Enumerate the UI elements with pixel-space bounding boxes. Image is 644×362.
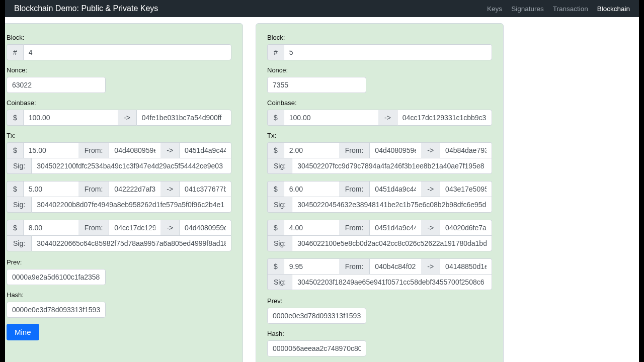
tx-from-input[interactable] — [109, 181, 160, 197]
tx-to-input[interactable] — [179, 220, 231, 235]
sig-label: Sig: — [267, 158, 292, 174]
block-number-input[interactable] — [23, 44, 231, 60]
from-label: From: — [78, 142, 109, 158]
tx-amount-input[interactable] — [284, 258, 339, 274]
nonce-label: Nonce: — [7, 66, 231, 74]
prev-input[interactable] — [267, 308, 366, 324]
nonce-input[interactable] — [7, 77, 106, 93]
from-label: From: — [339, 181, 370, 197]
arrow-icon: -> — [421, 142, 440, 158]
hash-label: Hash: — [267, 330, 492, 337]
navbar-nav: Keys Signatures Transaction Blockchain — [487, 5, 630, 13]
nav-blockchain[interactable]: Blockchain — [597, 5, 630, 13]
navbar-brand: Blockchain Demo: Public & Private Keys — [14, 4, 158, 13]
tx-from-input[interactable] — [109, 142, 160, 158]
tx-amount-input[interactable] — [23, 181, 78, 197]
tx-to-input[interactable] — [440, 142, 492, 158]
tx-amount-input[interactable] — [23, 220, 78, 235]
arrow-icon: -> — [421, 181, 440, 197]
prev-label: Prev: — [7, 258, 231, 266]
tx-sig-input[interactable] — [31, 197, 231, 213]
number-icon: # — [7, 44, 23, 60]
from-label: From: — [339, 142, 370, 158]
tx-label: Tx: — [7, 132, 231, 139]
arrow-icon: -> — [160, 181, 179, 197]
tx-from-input[interactable] — [369, 258, 421, 274]
tx-from-input[interactable] — [369, 181, 421, 197]
from-label: From: — [78, 220, 109, 235]
navbar: Blockchain Demo: Public & Private Keys K… — [5, 0, 639, 17]
coinbase-label: Coinbase: — [7, 99, 231, 107]
dollar-icon: $ — [267, 220, 284, 235]
arrow-icon: -> — [160, 220, 179, 235]
sig-label: Sig: — [267, 197, 292, 213]
block-card: Block: # Nonce: Coinbase: $ -> Tx: $ — [5, 23, 243, 362]
arrow-icon: -> — [421, 258, 440, 274]
dollar-icon: $ — [267, 258, 284, 274]
number-icon: # — [267, 44, 284, 60]
sig-label: Sig: — [267, 274, 292, 290]
prev-label: Prev: — [267, 297, 492, 305]
tx-label: Tx: — [267, 132, 492, 139]
block-card: Block: # Nonce: Coinbase: $ -> Tx: $ — [256, 23, 504, 362]
tx-amount-input[interactable] — [284, 181, 339, 197]
tx-amount-input[interactable] — [284, 220, 339, 235]
dollar-icon: $ — [7, 220, 23, 235]
coinbase-label: Coinbase: — [267, 99, 492, 107]
block-row: . . . . -> -> -> — [5, 17, 504, 362]
nav-transaction[interactable]: Transaction — [553, 5, 588, 13]
dollar-icon: $ — [267, 181, 284, 197]
coinbase-amount-input[interactable] — [23, 110, 118, 126]
block-label: Block: — [7, 34, 231, 41]
tx-from-input[interactable] — [109, 220, 160, 235]
coinbase-to-input[interactable] — [397, 110, 492, 126]
tx-sig-input[interactable] — [31, 235, 231, 251]
tx-from-input[interactable] — [369, 142, 421, 158]
sig-label: Sig: — [7, 235, 31, 251]
tx-sig-input[interactable] — [292, 274, 492, 290]
coinbase-amount-input[interactable] — [284, 110, 378, 126]
sig-label: Sig: — [7, 158, 31, 174]
coinbase-to-input[interactable] — [136, 110, 231, 126]
dollar-icon: $ — [267, 110, 284, 126]
sig-label: Sig: — [267, 235, 292, 251]
tx-sig-input[interactable] — [292, 197, 492, 213]
arrow-icon: -> — [160, 142, 179, 158]
sig-label: Sig: — [7, 197, 31, 213]
block-number-input[interactable] — [284, 44, 492, 60]
tx-amount-input[interactable] — [284, 142, 339, 158]
hash-input[interactable] — [267, 340, 366, 356]
hash-label: Hash: — [7, 291, 231, 299]
tx-to-input[interactable] — [179, 142, 231, 158]
arrow-icon: -> — [421, 220, 440, 235]
from-label: From: — [78, 181, 109, 197]
dollar-icon: $ — [7, 181, 23, 197]
hash-input[interactable] — [7, 302, 106, 318]
nonce-label: Nonce: — [267, 66, 492, 74]
tx-sig-input[interactable] — [292, 158, 492, 174]
dollar-icon: $ — [7, 142, 23, 158]
tx-to-input[interactable] — [440, 258, 492, 274]
tx-from-input[interactable] — [369, 220, 421, 235]
from-label: From: — [339, 258, 370, 274]
dollar-icon: $ — [267, 142, 284, 158]
mine-button[interactable]: Mine — [7, 324, 39, 340]
tx-to-input[interactable] — [179, 181, 231, 197]
nav-keys[interactable]: Keys — [487, 5, 502, 13]
arrow-icon: -> — [118, 110, 136, 126]
tx-to-input[interactable] — [440, 181, 492, 197]
tx-sig-input[interactable] — [292, 235, 492, 251]
from-label: From: — [339, 220, 370, 235]
tx-amount-input[interactable] — [23, 142, 78, 158]
content-area: . . . . -> -> -> — [5, 17, 639, 362]
tx-to-input[interactable] — [440, 220, 492, 235]
block-label: Block: — [267, 34, 492, 41]
tx-sig-input[interactable] — [31, 158, 231, 174]
nonce-input[interactable] — [267, 77, 366, 93]
arrow-icon: -> — [378, 110, 397, 126]
prev-input[interactable] — [7, 269, 106, 285]
dollar-icon: $ — [7, 110, 23, 126]
nav-signatures[interactable]: Signatures — [511, 5, 544, 13]
